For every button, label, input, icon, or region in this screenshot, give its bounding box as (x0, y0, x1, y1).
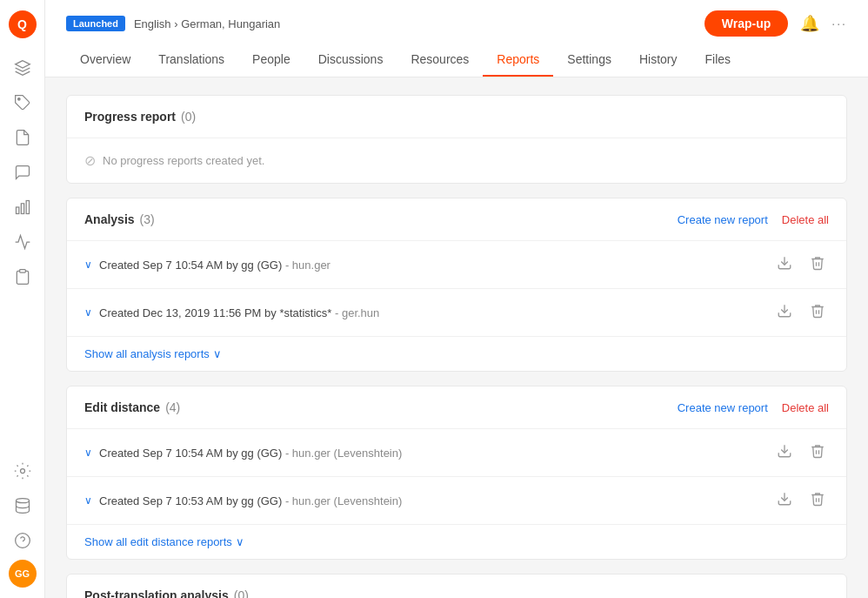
edit-distance-report-row-1: ∨ Created Sep 7 10:54 AM by gg (GG) - hu… (67, 428, 846, 476)
svg-rect-1 (16, 207, 18, 214)
sidebar-item-linechart[interactable] (7, 226, 38, 258)
edit-distance-delete-btn[interactable]: Delete all (782, 401, 829, 414)
tab-resources[interactable]: Resources (397, 44, 483, 77)
edit-distance-show-all-link[interactable]: Show all edit distance reports ∨ (84, 535, 829, 548)
notifications-icon[interactable]: 🔔 (800, 14, 819, 33)
main-content: Launched English › German, Hungarian Wra… (45, 0, 868, 598)
tab-people[interactable]: People (238, 44, 304, 77)
expand-icon-3[interactable]: ∨ (84, 447, 92, 459)
expand-icon-1[interactable]: ∨ (84, 259, 92, 271)
analysis-delete-icon-1[interactable] (806, 252, 829, 278)
status-badge: Launched (66, 16, 125, 31)
show-all-chevron-icon-2: ∨ (236, 535, 244, 548)
analysis-report-1-text: Created Sep 7 10:54 AM by gg (GG) - hun.… (99, 259, 331, 272)
progress-report-card: Progress report (0) ⊘ No progress report… (66, 95, 847, 184)
svg-rect-2 (21, 204, 23, 214)
show-all-chevron-icon: ∨ (213, 347, 222, 360)
sidebar-item-clipboard[interactable] (7, 261, 38, 292)
expand-icon-2[interactable]: ∨ (84, 306, 92, 319)
svg-rect-3 (26, 201, 29, 214)
sidebar-item-database[interactable] (7, 490, 38, 521)
svg-point-0 (17, 98, 20, 101)
expand-icon-4[interactable]: ∨ (84, 494, 92, 507)
sidebar: Q (0, 0, 45, 598)
edit-distance-delete-icon-2[interactable] (806, 487, 829, 514)
edit-distance-delete-icon-1[interactable] (806, 440, 829, 466)
tab-history[interactable]: History (625, 44, 691, 77)
sidebar-item-help[interactable] (7, 525, 38, 556)
svg-rect-4 (19, 270, 25, 272)
analysis-download-icon-1[interactable] (773, 252, 796, 278)
analysis-show-all: Show all analysis reports ∨ (67, 336, 846, 371)
analysis-delete-icon-2[interactable] (806, 299, 829, 326)
svg-point-7 (15, 534, 30, 548)
user-avatar[interactable]: GG (9, 560, 37, 588)
tab-translations[interactable]: Translations (144, 44, 238, 77)
analysis-title: Analysis (3) (84, 212, 155, 226)
edit-distance-report-1-text: Created Sep 7 10:54 AM by gg (GG) - hun.… (99, 447, 402, 460)
post-translation-title: Post-translation analysis (0) (84, 588, 249, 598)
sidebar-item-barchart[interactable] (7, 191, 38, 223)
nav-tabs: Overview Translations People Discussions… (66, 44, 847, 77)
more-options-icon[interactable]: ··· (831, 17, 847, 30)
sidebar-item-chat[interactable] (7, 157, 38, 188)
analysis-create-btn[interactable]: Create new report (678, 213, 768, 226)
wrap-up-button[interactable]: Wrap-up (704, 10, 789, 37)
edit-distance-download-icon-2[interactable] (773, 487, 796, 514)
svg-point-6 (16, 499, 29, 503)
sidebar-item-layers[interactable] (7, 52, 38, 84)
no-reports-icon: ⊘ (84, 152, 96, 169)
edit-distance-create-btn[interactable]: Create new report (678, 401, 768, 414)
svg-point-5 (20, 469, 24, 474)
analysis-report-row-1: ∨ Created Sep 7 10:54 AM by gg (GG) - hu… (67, 240, 846, 288)
analysis-card: Analysis (3) Create new report Delete al… (66, 198, 847, 372)
analysis-report-row-2: ∨ Created Dec 13, 2019 11:56 PM by *stat… (67, 288, 846, 336)
edit-distance-count: (4) (165, 400, 180, 414)
content-area: Progress report (0) ⊘ No progress report… (45, 77, 868, 598)
tab-overview[interactable]: Overview (66, 44, 144, 77)
tab-settings[interactable]: Settings (553, 44, 625, 77)
app-logo[interactable]: Q (9, 10, 37, 38)
sidebar-item-settings[interactable] (7, 455, 38, 487)
tab-files[interactable]: Files (691, 44, 745, 77)
analysis-download-icon-2[interactable] (773, 299, 796, 326)
page-header: Launched English › German, Hungarian Wra… (45, 0, 868, 77)
analysis-count: (3) (140, 212, 155, 226)
edit-distance-title: Edit distance (4) (84, 400, 180, 414)
sidebar-item-tag[interactable] (7, 87, 38, 118)
edit-distance-report-2-text: Created Sep 7 10:53 AM by gg (GG) - hun.… (99, 494, 402, 507)
progress-report-count: (0) (181, 110, 196, 124)
edit-distance-report-row-2: ∨ Created Sep 7 10:53 AM by gg (GG) - hu… (67, 476, 846, 524)
analysis-show-all-link[interactable]: Show all analysis reports ∨ (84, 347, 829, 360)
edit-distance-download-icon-1[interactable] (773, 440, 796, 466)
progress-report-title: Progress report (0) (84, 110, 196, 124)
edit-distance-show-all: Show all edit distance reports ∨ (67, 524, 846, 559)
language-path: English › German, Hungarian (134, 17, 280, 30)
sidebar-item-document[interactable] (7, 122, 38, 153)
edit-distance-actions: Create new report Delete all (678, 401, 829, 414)
progress-report-empty: ⊘ No progress reports created yet. (67, 138, 846, 183)
analysis-report-2-text: Created Dec 13, 2019 11:56 PM by *statis… (99, 306, 379, 319)
tab-discussions[interactable]: Discussions (304, 44, 397, 77)
post-translation-count: (0) (234, 588, 249, 598)
analysis-actions: Create new report Delete all (678, 213, 829, 226)
post-translation-card: Post-translation analysis (0) (66, 574, 847, 598)
tab-reports[interactable]: Reports (483, 44, 553, 77)
analysis-delete-btn[interactable]: Delete all (782, 213, 829, 226)
edit-distance-card: Edit distance (4) Create new report Dele… (66, 386, 847, 560)
